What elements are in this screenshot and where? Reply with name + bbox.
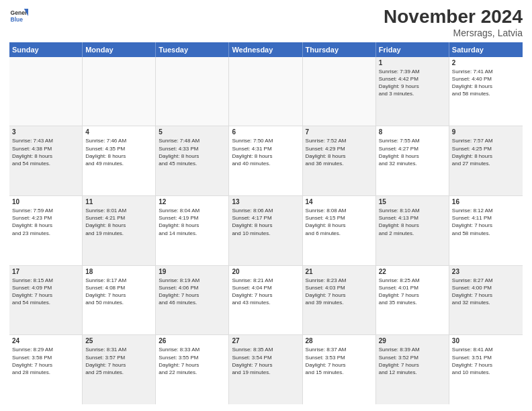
day-number: 20	[232, 268, 299, 275]
cal-cell: 6Sunrise: 7:50 AM Sunset: 4:31 PM Daylig…	[229, 126, 302, 195]
day-number: 3	[12, 128, 79, 136]
cal-cell: 24Sunrise: 8:29 AM Sunset: 3:58 PM Dayli…	[9, 335, 83, 404]
day-header-friday: Friday	[376, 42, 449, 57]
cal-cell: 2Sunrise: 7:41 AM Sunset: 4:40 PM Daylig…	[449, 57, 523, 126]
cal-cell: 26Sunrise: 8:33 AM Sunset: 3:55 PM Dayli…	[156, 335, 229, 404]
day-info: Sunrise: 7:57 AM Sunset: 4:25 PM Dayligh…	[452, 137, 520, 167]
day-header-wednesday: Wednesday	[229, 42, 302, 57]
day-info: Sunrise: 8:15 AM Sunset: 4:09 PM Dayligh…	[12, 277, 79, 307]
day-info: Sunrise: 7:50 AM Sunset: 4:31 PM Dayligh…	[232, 137, 299, 167]
day-info: Sunrise: 7:59 AM Sunset: 4:23 PM Dayligh…	[12, 207, 79, 237]
day-info: Sunrise: 8:04 AM Sunset: 4:19 PM Dayligh…	[159, 207, 226, 237]
day-number: 26	[159, 337, 226, 345]
cal-cell: 7Sunrise: 7:52 AM Sunset: 4:29 PM Daylig…	[303, 126, 376, 195]
cal-cell: 20Sunrise: 8:21 AM Sunset: 4:04 PM Dayli…	[229, 266, 302, 335]
day-info: Sunrise: 8:17 AM Sunset: 4:08 PM Dayligh…	[85, 277, 152, 307]
day-info: Sunrise: 7:55 AM Sunset: 4:27 PM Dayligh…	[379, 137, 446, 167]
day-number: 29	[379, 337, 446, 345]
day-number: 30	[452, 337, 520, 345]
cal-cell: 16Sunrise: 8:12 AM Sunset: 4:11 PM Dayli…	[449, 196, 523, 265]
day-number: 6	[232, 128, 299, 136]
day-info: Sunrise: 8:33 AM Sunset: 3:55 PM Dayligh…	[159, 346, 226, 376]
day-info: Sunrise: 7:52 AM Sunset: 4:29 PM Dayligh…	[306, 137, 373, 167]
day-info: Sunrise: 8:08 AM Sunset: 4:15 PM Dayligh…	[306, 207, 373, 237]
title-section: November 2024 Mersrags, Latvia	[384, 7, 523, 38]
week-row-1: 1Sunrise: 7:39 AM Sunset: 4:42 PM Daylig…	[9, 57, 523, 127]
day-number: 25	[85, 337, 152, 345]
week-row-5: 24Sunrise: 8:29 AM Sunset: 3:58 PM Dayli…	[9, 335, 523, 404]
cal-cell: 17Sunrise: 8:15 AM Sunset: 4:09 PM Dayli…	[9, 266, 83, 335]
cal-cell: 23Sunrise: 8:27 AM Sunset: 4:00 PM Dayli…	[449, 266, 523, 335]
day-number: 21	[306, 268, 373, 275]
cal-cell: 13Sunrise: 8:06 AM Sunset: 4:17 PM Dayli…	[229, 196, 302, 265]
day-number: 24	[12, 337, 79, 345]
cal-cell: 5Sunrise: 7:48 AM Sunset: 4:33 PM Daylig…	[156, 126, 229, 195]
day-info: Sunrise: 7:48 AM Sunset: 4:33 PM Dayligh…	[159, 137, 226, 167]
week-row-2: 3Sunrise: 7:43 AM Sunset: 4:38 PM Daylig…	[9, 126, 523, 196]
cal-cell	[83, 57, 156, 126]
day-info: Sunrise: 7:41 AM Sunset: 4:40 PM Dayligh…	[452, 68, 520, 98]
day-info: Sunrise: 8:39 AM Sunset: 3:52 PM Dayligh…	[379, 346, 446, 376]
day-number: 14	[306, 198, 373, 205]
day-number: 7	[306, 128, 373, 136]
day-number: 4	[85, 128, 152, 136]
day-info: Sunrise: 8:12 AM Sunset: 4:11 PM Dayligh…	[452, 207, 520, 237]
page: General Blue November 2024 Mersrags, Lat…	[0, 0, 532, 411]
day-header-sunday: Sunday	[9, 42, 83, 57]
day-header-saturday: Saturday	[449, 42, 523, 57]
cal-cell: 11Sunrise: 8:01 AM Sunset: 4:21 PM Dayli…	[83, 196, 156, 265]
cal-cell: 14Sunrise: 8:08 AM Sunset: 4:15 PM Dayli…	[303, 196, 376, 265]
day-header-monday: Monday	[83, 42, 156, 57]
day-info: Sunrise: 8:19 AM Sunset: 4:06 PM Dayligh…	[159, 277, 226, 307]
day-number: 19	[159, 268, 226, 275]
cal-cell: 30Sunrise: 8:41 AM Sunset: 3:51 PM Dayli…	[449, 335, 523, 404]
day-info: Sunrise: 8:06 AM Sunset: 4:17 PM Dayligh…	[232, 207, 299, 237]
day-info: Sunrise: 8:41 AM Sunset: 3:51 PM Dayligh…	[452, 346, 520, 376]
day-number: 16	[452, 198, 520, 205]
day-info: Sunrise: 8:01 AM Sunset: 4:21 PM Dayligh…	[85, 207, 152, 237]
cal-cell	[303, 57, 376, 126]
cal-cell	[229, 57, 302, 126]
cal-cell: 22Sunrise: 8:25 AM Sunset: 4:01 PM Dayli…	[376, 266, 449, 335]
day-header-thursday: Thursday	[303, 42, 376, 57]
week-row-4: 17Sunrise: 8:15 AM Sunset: 4:09 PM Dayli…	[9, 266, 523, 336]
cal-cell: 29Sunrise: 8:39 AM Sunset: 3:52 PM Dayli…	[376, 335, 449, 404]
day-number: 22	[379, 268, 446, 275]
location: Mersrags, Latvia	[384, 28, 523, 38]
cal-cell: 28Sunrise: 8:37 AM Sunset: 3:53 PM Dayli…	[303, 335, 376, 404]
calendar-body: 1Sunrise: 7:39 AM Sunset: 4:42 PM Daylig…	[9, 57, 523, 404]
day-info: Sunrise: 8:31 AM Sunset: 3:57 PM Dayligh…	[85, 346, 152, 376]
day-number: 2	[452, 59, 520, 66]
day-number: 27	[232, 337, 299, 345]
cal-cell	[9, 57, 83, 126]
day-number: 18	[85, 268, 152, 275]
day-info: Sunrise: 8:37 AM Sunset: 3:53 PM Dayligh…	[306, 346, 373, 376]
calendar-header: SundayMondayTuesdayWednesdayThursdayFrid…	[9, 42, 523, 57]
cal-cell: 4Sunrise: 7:46 AM Sunset: 4:35 PM Daylig…	[83, 126, 156, 195]
day-info: Sunrise: 7:39 AM Sunset: 4:42 PM Dayligh…	[379, 68, 446, 98]
cal-cell: 19Sunrise: 8:19 AM Sunset: 4:06 PM Dayli…	[156, 266, 229, 335]
day-info: Sunrise: 7:46 AM Sunset: 4:35 PM Dayligh…	[85, 137, 152, 167]
cal-cell: 18Sunrise: 8:17 AM Sunset: 4:08 PM Dayli…	[83, 266, 156, 335]
cal-cell: 3Sunrise: 7:43 AM Sunset: 4:38 PM Daylig…	[9, 126, 83, 195]
day-info: Sunrise: 8:27 AM Sunset: 4:00 PM Dayligh…	[452, 277, 520, 307]
day-number: 10	[12, 198, 79, 205]
day-number: 5	[159, 128, 226, 136]
day-info: Sunrise: 8:29 AM Sunset: 3:58 PM Dayligh…	[12, 346, 79, 376]
cal-cell: 25Sunrise: 8:31 AM Sunset: 3:57 PM Dayli…	[83, 335, 156, 404]
day-info: Sunrise: 8:35 AM Sunset: 3:54 PM Dayligh…	[232, 346, 299, 376]
cal-cell: 9Sunrise: 7:57 AM Sunset: 4:25 PM Daylig…	[449, 126, 523, 195]
day-number: 8	[379, 128, 446, 136]
day-number: 11	[85, 198, 152, 205]
day-info: Sunrise: 8:10 AM Sunset: 4:13 PM Dayligh…	[379, 207, 446, 237]
day-info: Sunrise: 7:43 AM Sunset: 4:38 PM Dayligh…	[12, 137, 79, 167]
day-number: 9	[452, 128, 520, 136]
day-number: 23	[452, 268, 520, 275]
day-number: 12	[159, 198, 226, 205]
month-title: November 2024	[384, 7, 523, 28]
day-info: Sunrise: 8:25 AM Sunset: 4:01 PM Dayligh…	[379, 277, 446, 307]
calendar: SundayMondayTuesdayWednesdayThursdayFrid…	[9, 42, 523, 404]
day-info: Sunrise: 8:23 AM Sunset: 4:03 PM Dayligh…	[306, 277, 373, 307]
logo: General Blue	[9, 7, 28, 26]
header: General Blue November 2024 Mersrags, Lat…	[9, 7, 523, 38]
